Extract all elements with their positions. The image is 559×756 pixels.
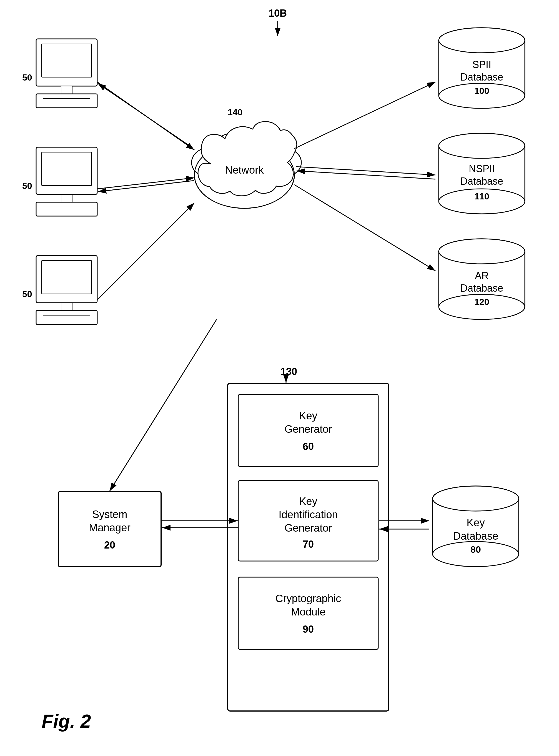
svg-text:Generator: Generator xyxy=(284,423,332,435)
svg-text:140: 140 xyxy=(228,107,242,117)
svg-line-64 xyxy=(296,166,435,175)
svg-rect-6 xyxy=(61,86,72,94)
svg-text:100: 100 xyxy=(474,86,489,96)
svg-rect-12 xyxy=(61,195,72,202)
svg-rect-7 xyxy=(36,94,97,108)
svg-text:90: 90 xyxy=(303,624,314,635)
svg-text:50: 50 xyxy=(22,72,32,83)
svg-text:Fig. 2: Fig. 2 xyxy=(42,710,91,732)
svg-text:80: 80 xyxy=(470,544,481,555)
svg-text:Database: Database xyxy=(461,176,503,187)
svg-text:120: 120 xyxy=(474,297,489,307)
svg-line-66 xyxy=(294,185,435,271)
svg-text:Manager: Manager xyxy=(89,522,131,534)
svg-rect-18 xyxy=(61,303,72,311)
svg-line-62 xyxy=(97,203,194,300)
svg-text:Cryptographic: Cryptographic xyxy=(275,593,341,604)
svg-rect-11 xyxy=(42,152,92,185)
diagram-container: 10B 50 50 50 xyxy=(0,0,559,756)
svg-text:Database: Database xyxy=(453,530,498,542)
svg-text:SPII: SPII xyxy=(472,59,491,70)
svg-rect-17 xyxy=(42,261,92,294)
svg-text:Database: Database xyxy=(461,283,503,294)
svg-text:110: 110 xyxy=(474,191,489,201)
svg-text:Module: Module xyxy=(291,606,326,618)
svg-text:Identification: Identification xyxy=(278,509,338,520)
svg-text:10B: 10B xyxy=(269,7,287,19)
svg-point-45 xyxy=(439,133,525,158)
svg-text:Network: Network xyxy=(225,164,264,176)
svg-line-65 xyxy=(296,171,435,179)
svg-point-36 xyxy=(439,28,525,53)
svg-line-96 xyxy=(110,319,217,491)
svg-text:NSPII: NSPII xyxy=(469,163,495,174)
svg-rect-13 xyxy=(36,202,97,216)
svg-text:Key: Key xyxy=(299,410,317,422)
svg-text:50: 50 xyxy=(22,289,32,299)
svg-text:60: 60 xyxy=(303,441,314,452)
svg-line-63 xyxy=(294,82,435,149)
svg-line-61 xyxy=(98,180,194,192)
svg-text:70: 70 xyxy=(303,538,314,550)
svg-point-92 xyxy=(433,486,519,511)
svg-text:Generator: Generator xyxy=(284,522,332,534)
svg-text:50: 50 xyxy=(22,181,32,191)
svg-text:Key: Key xyxy=(299,495,317,507)
svg-text:System: System xyxy=(92,509,128,520)
svg-line-60 xyxy=(97,178,194,189)
svg-rect-19 xyxy=(36,311,97,325)
svg-text:Key: Key xyxy=(467,517,485,529)
svg-text:130: 130 xyxy=(281,366,297,377)
svg-text:Database: Database xyxy=(461,71,503,83)
svg-line-59 xyxy=(98,83,192,147)
svg-text:20: 20 xyxy=(104,539,115,551)
svg-text:AR: AR xyxy=(475,270,489,281)
svg-rect-5 xyxy=(42,44,92,77)
svg-point-54 xyxy=(439,239,525,264)
